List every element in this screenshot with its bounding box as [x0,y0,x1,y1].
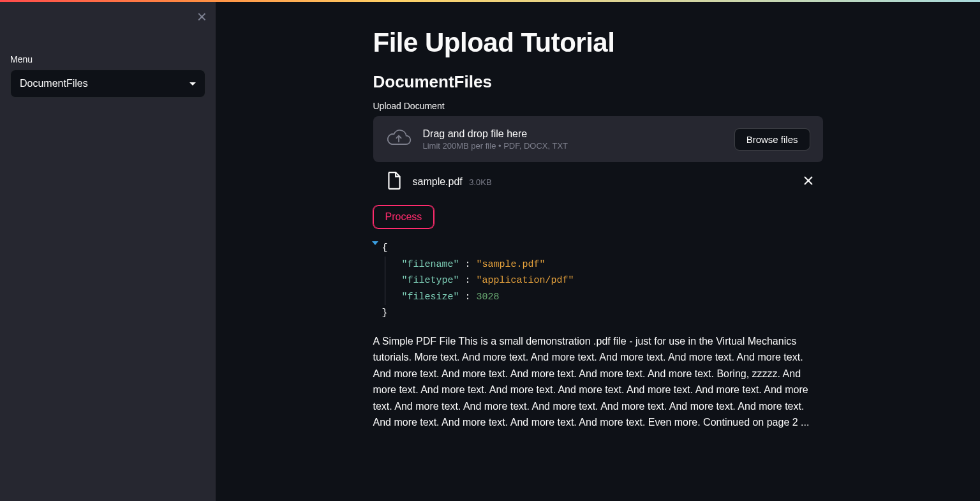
extracted-text: A Simple PDF File This is a small demons… [373,333,823,431]
main-area: File Upload Tutorial DocumentFiles Uploa… [216,2,980,501]
uploaded-file-name: sample.pdf [413,176,463,187]
cloud-upload-icon [386,128,412,151]
dropzone-title: Drag and drop file here [423,128,723,140]
json-collapse-toggle-icon[interactable] [372,241,378,245]
file-icon [386,171,403,193]
sidebar: × Menu DocumentFiles [0,2,216,501]
chevron-down-icon [189,82,196,86]
file-dropzone[interactable]: Drag and drop file here Limit 200MB per … [373,116,823,162]
menu-select[interactable]: DocumentFiles [10,70,205,98]
menu-select-value: DocumentFiles [20,78,88,89]
json-open-brace: { [382,240,823,257]
json-body: "filename" : "sample.pdf" "filetype" : "… [385,257,823,306]
section-title: DocumentFiles [373,72,823,92]
upload-label: Upload Document [373,101,823,111]
json-row-filename: "filename" : "sample.pdf" [402,257,823,273]
sidebar-menu-label: Menu [10,54,205,64]
json-row-filetype: "filetype" : "application/pdf" [402,273,823,289]
browse-files-button[interactable]: Browse files [734,128,810,151]
json-close-brace: } [382,305,823,322]
sidebar-close-icon[interactable]: × [197,8,207,25]
uploaded-file-row: sample.pdf 3.0KB [373,162,823,202]
content-column: File Upload Tutorial DocumentFiles Uploa… [373,27,823,475]
remove-file-icon[interactable] [798,172,819,192]
dropzone-subtitle: Limit 200MB per file • PDF, DOCX, TXT [423,141,723,151]
app-layout: × Menu DocumentFiles File Upload Tutoria… [0,2,980,501]
json-row-filesize: "filesize" : 3028 [402,289,823,306]
process-button[interactable]: Process [373,206,434,228]
uploaded-file-size: 3.0KB [469,177,491,187]
json-output: { "filename" : "sample.pdf" "filetype" :… [373,240,823,322]
dropzone-text: Drag and drop file here Limit 200MB per … [423,128,723,151]
page-title: File Upload Tutorial [373,27,823,58]
